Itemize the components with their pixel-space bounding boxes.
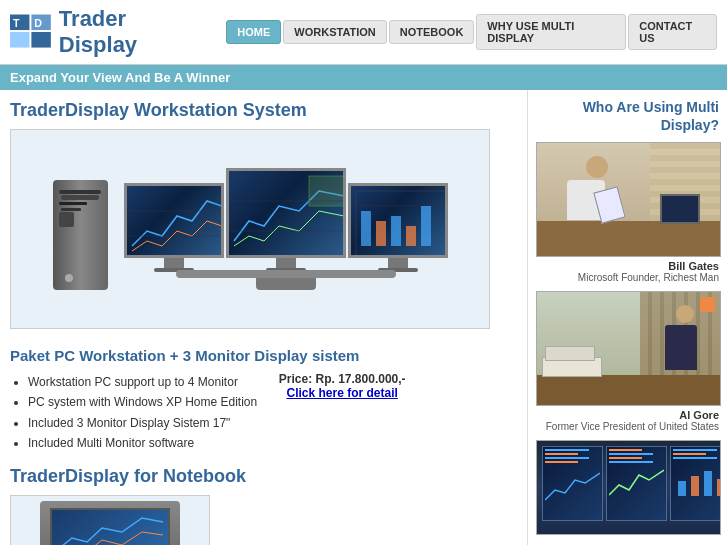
trade-screen-1 <box>542 446 603 521</box>
paket-section: Paket PC Workstation + 3 Monitor Display… <box>10 339 517 454</box>
paket-content: Workstation PC support up to 4 Monitor P… <box>10 372 517 454</box>
tagline-bar: Expand Your View And Be A Winner <box>0 65 727 90</box>
svg-rect-15 <box>391 216 401 246</box>
svg-rect-19 <box>691 476 699 496</box>
billgates-image <box>536 142 721 257</box>
monitor-center <box>226 168 346 272</box>
monitor-left <box>124 183 224 272</box>
svg-text:T: T <box>13 17 20 29</box>
svg-rect-8 <box>309 176 344 206</box>
monitor-right <box>348 183 448 272</box>
notebook-image <box>10 495 210 545</box>
billgates-name: Bill Gates <box>536 260 719 272</box>
svg-text:D: D <box>34 17 42 29</box>
svg-rect-18 <box>678 481 686 496</box>
billgates-title: Microsoft Founder, Richest Man <box>536 272 719 283</box>
trade-screen-2 <box>606 446 667 521</box>
svg-rect-21 <box>717 479 721 496</box>
price-label: Price: Rp. 17.800.000,- <box>277 372 407 386</box>
logo-icon: T D <box>10 14 51 50</box>
nav: HOME WORKSTATION NOTEBOOK WHY USE MULTI … <box>226 14 717 50</box>
logo-box: T D Trader Display <box>10 6 206 58</box>
paket-item-4: Included Multi Monitor software <box>28 433 257 453</box>
nav-workstation[interactable]: WORKSTATION <box>283 20 386 44</box>
logo-text: Trader Display <box>59 6 206 58</box>
paket-item-2: PC system with Windows XP Home Edition <box>28 392 257 412</box>
notebook-title: TraderDisplay for Notebook <box>10 466 517 487</box>
paket-list: Workstation PC support up to 4 Monitor P… <box>10 372 257 454</box>
notebook-screen-icon <box>50 508 170 545</box>
notebook-body-icon <box>40 501 180 545</box>
nav-home[interactable]: HOME <box>226 20 281 44</box>
paket-item-1: Workstation PC support up to 4 Monitor <box>28 372 257 392</box>
detail-link[interactable]: Click here for detail <box>277 386 407 400</box>
algore-title: Former Vice President of United States <box>536 421 719 432</box>
right-column: Who Are Using Multi Display? <box>527 90 727 545</box>
svg-rect-3 <box>31 32 50 48</box>
svg-rect-20 <box>704 471 712 496</box>
notebook-section: TraderDisplay for Notebook <box>10 466 517 545</box>
nav-notebook[interactable]: NOTEBOOK <box>389 20 475 44</box>
paket-item-3: Included 3 Monitor Display Sistem 17" <box>28 413 257 433</box>
main-content: TraderDisplay Workstation System <box>0 90 727 545</box>
svg-rect-13 <box>361 211 371 246</box>
svg-rect-14 <box>376 221 386 246</box>
trading-image <box>536 440 721 535</box>
tagline-text: Expand Your View And Be A Winner <box>10 70 230 85</box>
left-column: TraderDisplay Workstation System <box>0 90 527 545</box>
workstation-title: TraderDisplay Workstation System <box>10 100 517 121</box>
svg-rect-17 <box>421 206 431 246</box>
workstation-image <box>10 129 490 329</box>
price-box: Price: Rp. 17.800.000,- Click here for d… <box>277 372 407 400</box>
algore-image <box>536 291 721 406</box>
svg-rect-16 <box>406 226 416 246</box>
trade-screen-3 <box>670 446 721 521</box>
paket-title: Paket PC Workstation + 3 Monitor Display… <box>10 347 517 364</box>
algore-name: Al Gore <box>536 409 719 421</box>
nav-contact[interactable]: CONTACT US <box>628 14 717 50</box>
right-title: Who Are Using Multi Display? <box>536 98 719 134</box>
header: T D Trader Display HOME WORKSTATION NOTE… <box>0 0 727 65</box>
nav-why-multi[interactable]: WHY USE MULTI DISPLAY <box>476 14 626 50</box>
svg-rect-2 <box>10 32 29 48</box>
tower-icon <box>53 180 108 290</box>
